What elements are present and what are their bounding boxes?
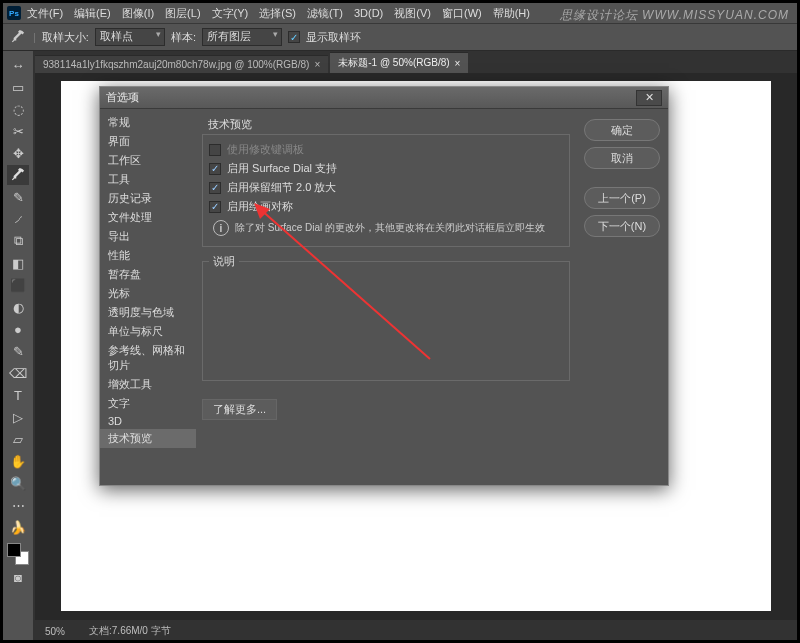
gradient-tool[interactable]: ⬛ — [7, 275, 29, 295]
prev-button[interactable]: 上一个(P) — [584, 187, 660, 209]
menu-item[interactable]: 视图(V) — [394, 6, 431, 21]
sample-label: 样本: — [171, 30, 196, 45]
surface-dial-checkbox[interactable]: ✓ — [209, 163, 221, 175]
menu-item[interactable]: 文字(Y) — [212, 6, 249, 21]
nav-item[interactable]: 3D — [100, 413, 196, 429]
menu-item[interactable]: 滤镜(T) — [307, 6, 343, 21]
cancel-button[interactable]: 取消 — [584, 147, 660, 169]
sample-size-label: 取样大小: — [42, 30, 89, 45]
nav-item[interactable]: 参考线、网格和切片 — [100, 341, 196, 375]
nav-item[interactable]: 工作区 — [100, 151, 196, 170]
dialog-title: 首选项 — [106, 90, 139, 105]
marquee-tool[interactable]: ▭ — [7, 77, 29, 97]
menu-item[interactable]: 图层(L) — [165, 6, 200, 21]
dialog-titlebar[interactable]: 首选项 ✕ — [100, 87, 668, 109]
nav-item[interactable]: 工具 — [100, 170, 196, 189]
menu-item[interactable]: 窗口(W) — [442, 6, 482, 21]
close-icon[interactable]: × — [455, 58, 461, 69]
description-label: 说明 — [209, 254, 239, 269]
ps-logo: Ps — [7, 6, 21, 20]
options-bar: | 取样大小: 取样点 样本: 所有图层 ✓ 显示取样环 — [3, 23, 797, 51]
surface-dial-label: 启用 Surface Dial 支持 — [227, 161, 337, 176]
type-tool[interactable]: T — [7, 385, 29, 405]
brush-tool[interactable]: ⟋ — [7, 209, 29, 229]
nav-item[interactable]: 单位与标尺 — [100, 322, 196, 341]
eraser-tool[interactable]: ⌫ — [7, 363, 29, 383]
nav-item[interactable]: 界面 — [100, 132, 196, 151]
zoom-level[interactable]: 50% — [45, 626, 65, 637]
use-modifier-checkbox — [209, 144, 221, 156]
menu-item[interactable]: 3D(D) — [354, 7, 383, 19]
nav-item[interactable]: 文字 — [100, 394, 196, 413]
dodge-tool[interactable]: ● — [7, 319, 29, 339]
paint-symmetry-label: 启用绘画对称 — [227, 199, 293, 214]
lasso-tool[interactable]: ◌ — [7, 99, 29, 119]
menu-item[interactable]: 帮助(H) — [493, 6, 530, 21]
preferences-dialog: 首选项 ✕ 常规 界面 工作区 工具 历史记录 文件处理 导出 性能 暂存盘 光… — [99, 86, 669, 486]
menu-item[interactable]: 文件(F) — [27, 6, 63, 21]
nav-item-tech-preview[interactable]: 技术预览 — [100, 429, 196, 448]
toolbar: ↔ ▭ ◌ ✂ ✥ ✎ ⟋ ⧉ ◧ ⬛ ◐ ● ✎ ⌫ T ▷ ▱ ✋ 🔍 ⋯ … — [3, 51, 33, 640]
nav-item[interactable]: 历史记录 — [100, 189, 196, 208]
more-tools[interactable]: ⋯ — [7, 495, 29, 515]
nav-item[interactable]: 透明度与色域 — [100, 303, 196, 322]
crop-tool[interactable]: ✂ — [7, 121, 29, 141]
show-ring-label: 显示取样环 — [306, 30, 361, 45]
history-brush-tool[interactable]: ◧ — [7, 253, 29, 273]
group-title: 技术预览 — [202, 117, 570, 132]
menu-item[interactable]: 编辑(E) — [74, 6, 111, 21]
tab-label: 938114a1ly1fkqszhm2auj20m80ch78w.jpg @ 1… — [43, 59, 309, 70]
paint-symmetry-checkbox[interactable]: ✓ — [209, 201, 221, 213]
hand-tool[interactable]: ✋ — [7, 451, 29, 471]
preserve-detail-checkbox[interactable]: ✓ — [209, 182, 221, 194]
frame-tool[interactable]: ✥ — [7, 143, 29, 163]
preferences-panel: 技术预览 使用修改键调板 ✓ 启用 Surface Dial 支持 ✓ 启用保留… — [196, 109, 576, 485]
info-text: 除了对 Surface Dial 的更改外，其他更改将在关闭此对话框后立即生效 — [235, 221, 545, 235]
path-tool[interactable]: ▷ — [7, 407, 29, 427]
nav-item[interactable]: 光标 — [100, 284, 196, 303]
nav-item[interactable]: 性能 — [100, 246, 196, 265]
quickmask-icon[interactable]: ◙ — [7, 567, 29, 587]
close-button[interactable]: ✕ — [636, 90, 662, 106]
preserve-detail-label: 启用保留细节 2.0 放大 — [227, 180, 336, 195]
sample-select[interactable]: 所有图层 — [202, 28, 282, 46]
close-icon[interactable]: × — [314, 59, 320, 70]
use-modifier-label: 使用修改键调板 — [227, 142, 304, 157]
sample-size-select[interactable]: 取样点 — [95, 28, 165, 46]
nav-item[interactable]: 暂存盘 — [100, 265, 196, 284]
info-icon: i — [213, 220, 229, 236]
eyedropper-icon[interactable] — [9, 28, 27, 46]
preferences-nav: 常规 界面 工作区 工具 历史记录 文件处理 导出 性能 暂存盘 光标 透明度与… — [100, 109, 196, 485]
shape-tool[interactable]: ▱ — [7, 429, 29, 449]
description-box: 说明 — [202, 261, 570, 381]
menubar: Ps 文件(F) 编辑(E) 图像(I) 图层(L) 文字(Y) 选择(S) 滤… — [3, 3, 797, 23]
nav-item[interactable]: 文件处理 — [100, 208, 196, 227]
ok-button[interactable]: 确定 — [584, 119, 660, 141]
banana-icon[interactable]: 🍌 — [7, 517, 29, 537]
move-tool[interactable]: ↔ — [7, 55, 29, 75]
zoom-tool[interactable]: 🔍 — [7, 473, 29, 493]
next-button[interactable]: 下一个(N) — [584, 215, 660, 237]
statusbar: 50% 文档:7.66M/0 字节 — [35, 622, 797, 640]
document-tab[interactable]: 938114a1ly1fkqszhm2auj20m80ch78w.jpg @ 1… — [35, 55, 328, 73]
document-tabs: 938114a1ly1fkqszhm2auj20m80ch78w.jpg @ 1… — [3, 51, 797, 73]
nav-item[interactable]: 常规 — [100, 113, 196, 132]
tab-label: 未标题-1 @ 50%(RGB/8) — [338, 56, 449, 70]
eyedropper-tool[interactable] — [7, 165, 29, 185]
menu-item[interactable]: 图像(I) — [122, 6, 154, 21]
stamp-tool[interactable]: ⧉ — [7, 231, 29, 251]
dialog-buttons: 确定 取消 上一个(P) 下一个(N) — [576, 109, 668, 485]
heal-tool[interactable]: ✎ — [7, 187, 29, 207]
doc-size[interactable]: 文档:7.66M/0 字节 — [89, 624, 171, 638]
nav-item[interactable]: 导出 — [100, 227, 196, 246]
learn-more-button[interactable]: 了解更多... — [202, 399, 277, 420]
pen-tool[interactable]: ✎ — [7, 341, 29, 361]
blur-tool[interactable]: ◐ — [7, 297, 29, 317]
show-ring-checkbox[interactable]: ✓ — [288, 31, 300, 43]
document-tab[interactable]: 未标题-1 @ 50%(RGB/8) × — [330, 52, 468, 73]
color-swatch[interactable] — [7, 543, 29, 565]
nav-item[interactable]: 增效工具 — [100, 375, 196, 394]
menu-item[interactable]: 选择(S) — [259, 6, 296, 21]
